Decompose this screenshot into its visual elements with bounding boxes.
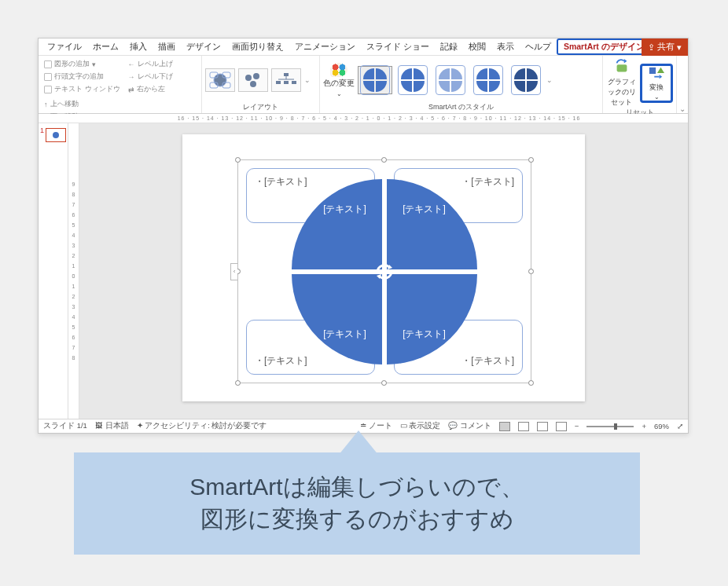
resize-handle-tl[interactable] bbox=[235, 157, 241, 163]
view-reading-button[interactable] bbox=[537, 422, 548, 431]
smartart-style-5[interactable] bbox=[509, 66, 543, 94]
convert-button[interactable]: 変換 ⌄ bbox=[642, 66, 671, 101]
callout-line-1: SmartArtは編集しづらいので、 bbox=[189, 471, 524, 504]
resize-handle-mr[interactable] bbox=[528, 269, 534, 274]
svg-point-5 bbox=[245, 75, 252, 81]
share-button[interactable]: ⇪ 共有 ▾ bbox=[642, 38, 688, 56]
tab-help[interactable]: ヘルプ bbox=[520, 38, 557, 55]
ruler-vertical: 987654321012345678 bbox=[68, 123, 79, 419]
reset-graphic-button[interactable]: グラフィックのリセット bbox=[606, 58, 637, 108]
view-sorter-button[interactable] bbox=[518, 422, 529, 431]
display-settings-button[interactable]: ▭ 表示設定 bbox=[400, 421, 441, 431]
powerpoint-window: ファイル ホーム 挿入 描画 デザイン 画面切り替え アニメーション スライド … bbox=[38, 38, 689, 434]
view-normal-button[interactable] bbox=[499, 422, 510, 431]
view-slideshow-button[interactable] bbox=[556, 422, 567, 431]
svg-point-0 bbox=[214, 74, 226, 86]
svg-marker-15 bbox=[623, 59, 627, 64]
convert-icon bbox=[648, 66, 665, 82]
zoom-in-button[interactable]: + bbox=[642, 422, 646, 430]
slide-thumbnail-panel: 1 bbox=[39, 123, 68, 419]
smartart-quadrant-bl[interactable]: [テキスト] bbox=[292, 274, 382, 364]
bullet-icon bbox=[44, 73, 52, 81]
svg-point-7 bbox=[250, 81, 256, 87]
resize-handle-tm[interactable] bbox=[381, 157, 387, 163]
ribbon-tabs: ファイル ホーム 挿入 描画 デザイン 画面切り替え アニメーション スライド … bbox=[39, 38, 688, 56]
cycle-arrows-icon bbox=[373, 260, 396, 284]
smartart-style-4[interactable] bbox=[471, 66, 506, 94]
accessibility-status[interactable]: ✦ アクセシビリティ: 検討が必要です bbox=[137, 421, 267, 431]
reset-icon bbox=[613, 58, 631, 75]
ruler-horizontal: 16 · 15 · 14 · 13 · 12 · 11 · 10 · 9 · 8… bbox=[39, 114, 688, 123]
tab-smartart-design[interactable]: SmartArt のデザイン bbox=[557, 38, 652, 55]
tab-animation[interactable]: アニメーション bbox=[289, 38, 361, 55]
text-window-button[interactable]: テキスト ウィンドウ bbox=[42, 83, 123, 95]
level-down-button[interactable]: → レベル下げ bbox=[126, 71, 175, 82]
zoom-out-button[interactable]: − bbox=[575, 422, 579, 430]
change-colors-button[interactable]: 色の変更 ⌄ bbox=[323, 63, 355, 97]
styles-more-button[interactable]: ⌄ bbox=[546, 76, 553, 84]
svg-point-6 bbox=[253, 73, 259, 79]
svg-rect-13 bbox=[292, 81, 296, 84]
tab-slideshow[interactable]: スライド ショー bbox=[361, 38, 435, 55]
smartart-selection-frame[interactable]: ‹ ・[テキスト] ・[テキスト] ・[テキスト] ・[テキスト] [テキスト]… bbox=[237, 159, 531, 383]
add-bullet-button[interactable]: 行頭文字の追加 bbox=[42, 71, 123, 82]
slide-counter[interactable]: スライド 1/1 bbox=[43, 421, 87, 431]
smartart-style-3[interactable] bbox=[433, 66, 468, 94]
comments-button[interactable]: 💬 コメント bbox=[448, 421, 491, 431]
tab-view[interactable]: 表示 bbox=[491, 38, 520, 55]
add-shape-button[interactable]: 図形の追加 ▾ bbox=[42, 58, 123, 70]
tab-file[interactable]: ファイル bbox=[42, 38, 87, 55]
resize-handle-bl[interactable] bbox=[235, 380, 241, 386]
rtl-button[interactable]: ⇄ 右から左 bbox=[126, 83, 175, 95]
ribbon-group-layout-label: レイアウト bbox=[205, 102, 316, 112]
palette-icon bbox=[330, 63, 347, 77]
resize-handle-tr[interactable] bbox=[528, 157, 534, 163]
tab-record[interactable]: 記録 bbox=[435, 38, 463, 55]
zoom-level[interactable]: 69% bbox=[654, 422, 669, 430]
svg-rect-12 bbox=[284, 81, 289, 84]
svg-marker-17 bbox=[657, 67, 664, 72]
main-area: 1 987654321012345678 ‹ ・[テキスト] bbox=[39, 123, 688, 419]
smartart-style-2[interactable] bbox=[395, 66, 430, 94]
chevron-down-icon: ⌄ bbox=[336, 90, 342, 97]
slide-canvas-area[interactable]: ‹ ・[テキスト] ・[テキスト] ・[テキスト] ・[テキスト] [テキスト]… bbox=[79, 123, 688, 419]
smartart-style-1[interactable] bbox=[358, 66, 392, 94]
tab-review[interactable]: 校閲 bbox=[463, 38, 491, 55]
slide-thumbnail-1[interactable] bbox=[46, 128, 66, 142]
ribbon-group-styles-label: SmartArt のスタイル bbox=[323, 102, 599, 112]
language-indicator[interactable]: 🖽 日本語 bbox=[95, 421, 129, 431]
tab-design[interactable]: デザイン bbox=[181, 38, 226, 55]
level-up-button[interactable]: ← レベル上げ bbox=[126, 58, 175, 70]
thumb-index: 1 bbox=[40, 126, 44, 134]
move-up-button[interactable]: ↑ 上へ移動 bbox=[42, 98, 97, 110]
share-icon: ⇪ bbox=[648, 42, 655, 52]
tab-insert[interactable]: 挿入 bbox=[124, 38, 153, 55]
resize-handle-bm[interactable] bbox=[381, 380, 387, 386]
share-label: 共有 bbox=[657, 42, 675, 53]
slide[interactable]: ‹ ・[テキスト] ・[テキスト] ・[テキスト] ・[テキスト] [テキスト]… bbox=[182, 134, 585, 401]
fit-window-button[interactable]: ⤢ bbox=[677, 422, 683, 430]
text-window-icon bbox=[44, 86, 52, 93]
text-pane-toggle[interactable]: ‹ bbox=[230, 263, 237, 280]
resize-handle-br[interactable] bbox=[528, 380, 534, 386]
svg-rect-8 bbox=[284, 73, 289, 76]
smartart-quadrant-br[interactable]: [テキスト] bbox=[387, 274, 477, 364]
svg-rect-16 bbox=[649, 67, 656, 73]
ribbon-group-styles: 色の変更 ⌄ ⌄ SmartArt のスタイル bbox=[320, 56, 603, 113]
zoom-slider[interactable] bbox=[586, 426, 634, 427]
layout-more-button[interactable]: ⌄ bbox=[304, 76, 311, 84]
layout-option-2[interactable] bbox=[238, 68, 268, 92]
tab-transition[interactable]: 画面切り替え bbox=[226, 38, 289, 55]
chevron-down-icon: ▾ bbox=[677, 42, 682, 52]
layout-option-3[interactable] bbox=[271, 68, 301, 92]
tab-home[interactable]: ホーム bbox=[87, 38, 124, 55]
smartart-quadrant-tr[interactable]: [テキスト] bbox=[387, 179, 477, 269]
tab-draw[interactable]: 描画 bbox=[153, 38, 181, 55]
smartart-quadrant-tl[interactable]: [テキスト] bbox=[292, 179, 382, 269]
layout-option-1[interactable] bbox=[205, 68, 235, 92]
smartart-circle[interactable]: [テキスト] [テキスト] [テキスト] [テキスト] bbox=[292, 179, 477, 364]
svg-rect-11 bbox=[276, 81, 281, 84]
ribbon-collapse-button[interactable]: ⌄ bbox=[677, 56, 688, 113]
ribbon-group-create: 図形の追加 ▾ 行頭文字の追加 テキスト ウィンドウ ← レベル上げ → レベル… bbox=[39, 56, 202, 113]
callout-line-2: 図形に変換するのがおすすめ bbox=[200, 504, 514, 536]
